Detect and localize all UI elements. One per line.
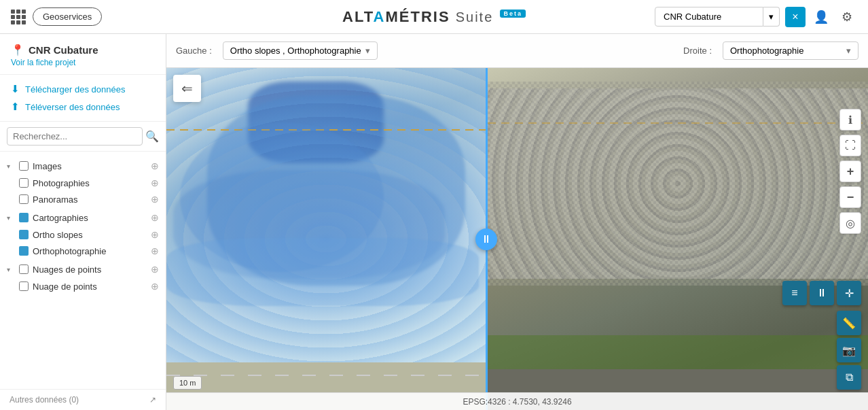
back-arrow-icon: ⇐ (181, 81, 193, 96)
map-toolbar: Gauche : Ortho slopes , Orthophotographi… (166, 34, 868, 68)
back-button[interactable]: ⇐ (173, 75, 201, 102)
cartographies-children: Ortho slopes ⊕ Orthophotographie ⊕ (0, 226, 166, 259)
settings-icon[interactable]: ⚙ (837, 7, 857, 27)
sidebar-project: 📍 CNR Cubature Voir la fiche projet (0, 34, 166, 75)
right-dropdown-arrow: ▾ (846, 46, 851, 56)
ruler-button[interactable]: 📏 (837, 311, 861, 335)
search-button[interactable]: 🔍 (145, 130, 159, 143)
map-toolbar-right: Droite : Orthophotographie ▾ (683, 41, 858, 60)
layer-item-orthophotographie[interactable]: Orthophotographie ⊕ (19, 243, 166, 259)
images-children: Photographies ⊕ Panoramas ⊕ (0, 175, 166, 207)
images-settings-icon[interactable]: ⊕ (151, 160, 159, 171)
layer-tree: ▾ Images ⊕ Photographies ⊕ Panoramas ⊕ (0, 152, 166, 389)
geoservices-button[interactable]: Geoservices (33, 7, 102, 26)
nuages-children: Nuage de points ⊕ (0, 278, 166, 294)
map-canvas[interactable]: ⏸ ⇐ ℹ ⛶ + − ◎ ≡ ⏸ ✛ 📏 (166, 68, 868, 410)
ortho-slopes-settings-icon[interactable]: ⊕ (151, 229, 159, 240)
layers-button[interactable]: ⧉ (837, 365, 861, 390)
other-data-label: Autres données (0) (10, 395, 79, 405)
photographies-checkbox[interactable] (19, 178, 29, 188)
rock-texture (488, 82, 868, 286)
expand-button[interactable]: ⛶ (839, 135, 861, 156)
panoramas-checkbox[interactable] (19, 194, 29, 204)
sidebar: 📍 CNR Cubature Voir la fiche projet ⬇ Té… (0, 34, 166, 410)
photographies-settings-icon[interactable]: ⊕ (151, 177, 159, 188)
pause-button[interactable]: ⏸ (810, 281, 834, 305)
right-label: Droite : (683, 46, 712, 56)
beta-badge: Beta (500, 10, 526, 18)
layer-item-panoramas[interactable]: Panoramas ⊕ (19, 191, 166, 207)
compass-button[interactable]: ◎ (839, 212, 861, 234)
nuage-settings-icon[interactable]: ⊕ (151, 281, 159, 292)
project-selector[interactable]: CNR Cubature ▾ (655, 7, 780, 27)
nuages-settings-icon[interactable]: ⊕ (151, 264, 159, 275)
layer-group-nuages-header[interactable]: ▾ Nuages de points ⊕ (0, 260, 166, 278)
layer-item-ortho-slopes[interactable]: Ortho slopes ⊕ (19, 226, 166, 243)
chevron-down-icon: ▾ (7, 163, 15, 170)
orthophotographie-settings-icon[interactable]: ⊕ (151, 245, 159, 256)
images-checkbox[interactable] (19, 161, 29, 171)
ortho-slopes-icon (19, 230, 29, 239)
map-controls: ℹ ⛶ + − ◎ (839, 109, 861, 234)
download-action[interactable]: ⬇ Télécharger des données (11, 80, 155, 98)
close-button[interactable]: × (785, 7, 806, 27)
project-name: 📍 CNR Cubature (11, 44, 155, 56)
layer-item-photographies[interactable]: Photographies ⊕ (19, 175, 166, 191)
pin-icon: 📍 (11, 44, 24, 56)
info-button[interactable]: ℹ (839, 109, 861, 131)
zoom-in-button[interactable]: + (839, 160, 861, 182)
camera-button[interactable]: 📷 (837, 338, 861, 362)
orthophotographie-icon (19, 246, 29, 256)
layer-item-nuage[interactable]: Nuage de points ⊕ (19, 278, 166, 294)
zoom-out-button[interactable]: − (839, 186, 861, 208)
cartographies-icon (19, 213, 29, 222)
upload-icon: ⬆ (11, 101, 20, 113)
nuage-checkbox[interactable] (19, 281, 29, 291)
layer-group-cartographies: ▾ Cartographies ⊕ Ortho slopes ⊕ Orthoph… (0, 209, 166, 259)
project-select-arrow[interactable]: ▾ (763, 7, 780, 27)
layer-group-nuages: ▾ Nuages de points ⊕ Nuage de points ⊕ (0, 260, 166, 294)
map-left-panel (166, 68, 486, 410)
user-icon[interactable]: 👤 (811, 7, 831, 27)
cartographies-settings-icon[interactable]: ⊕ (151, 212, 159, 223)
left-dropdown-arrow: ▾ (365, 46, 370, 56)
equals-button[interactable]: ≡ (782, 281, 807, 305)
project-select-value[interactable]: CNR Cubature (655, 7, 763, 27)
grid-menu-icon[interactable] (11, 10, 26, 24)
split-handle[interactable]: ⏸ (475, 228, 497, 250)
move-button[interactable]: ✛ (837, 281, 861, 305)
project-link[interactable]: Voir la fiche projet (11, 58, 155, 67)
left-dropdown-value: Ortho slopes , Orthophotographie (230, 46, 361, 56)
upload-action[interactable]: ⬆ Téléverser des données (11, 98, 155, 116)
split-line[interactable]: ⏸ (486, 68, 488, 410)
left-label: Gauche : (176, 46, 212, 56)
scale-bar: 10 m (173, 376, 202, 390)
nuages-checkbox[interactable] (19, 264, 29, 274)
sidebar-actions: ⬇ Télécharger des données ⬆ Téléverser d… (0, 75, 166, 122)
other-data-link-icon[interactable]: ↗ (149, 395, 156, 405)
search-input[interactable] (7, 127, 143, 146)
left-dropdown[interactable]: Ortho slopes , Orthophotographie ▾ (223, 41, 378, 60)
contour-blob-3 (166, 238, 479, 306)
bottom-right-toolbar: ≡ ⏸ ✛ 📏 📷 ⧉ (782, 281, 861, 390)
logo: ALTAMÉTRIS Suite Beta (342, 8, 526, 26)
right-dropdown[interactable]: Orthophotographie ▾ (723, 41, 858, 60)
other-data-section: Autres données (0) ↗ (0, 389, 166, 410)
road-dashed (166, 375, 486, 376)
chevron-down-icon: ▾ (7, 266, 15, 273)
right-dropdown-value: Orthophotographie (730, 46, 803, 56)
panoramas-settings-icon[interactable]: ⊕ (151, 194, 159, 205)
search-bar: 🔍 (0, 122, 166, 152)
layer-group-images: ▾ Images ⊕ Photographies ⊕ Panoramas ⊕ (0, 157, 166, 207)
layer-group-cartographies-header[interactable]: ▾ Cartographies ⊕ (0, 209, 166, 226)
download-icon: ⬇ (11, 83, 20, 95)
layer-group-images-header[interactable]: ▾ Images ⊕ (0, 157, 166, 175)
chevron-down-icon: ▾ (7, 214, 15, 222)
coords-bar: EPSG:4326 : 4.7530, 43.9246 (166, 392, 868, 410)
map-area[interactable]: Gauche : Ortho slopes , Orthophotographi… (166, 34, 868, 410)
